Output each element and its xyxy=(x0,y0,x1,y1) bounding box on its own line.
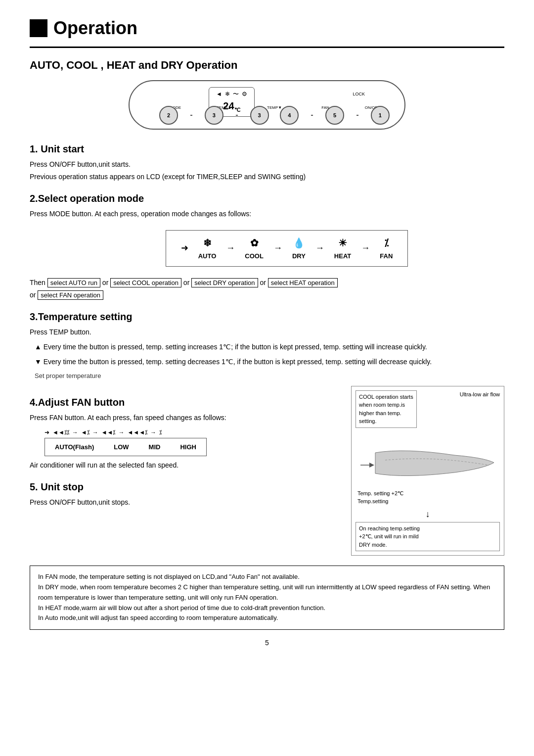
dry-note-text: On reaching temp.setting+2℃, unit will r… xyxy=(359,525,420,548)
airflow-label: Ultra-low air flow xyxy=(460,390,500,399)
remote-diagram: ◄ ❄ 〜 ⚙ 24℃ LOCK MODE TEMP▲ TEMP▼ FAN ON… xyxy=(30,80,504,130)
dry-note-box: On reaching temp.setting+2℃, unit will r… xyxy=(356,522,500,552)
fan-low: LOW xyxy=(114,442,129,452)
mode-dry: 💧 DRY xyxy=(292,236,306,261)
mode-diagram: ➜ ❄ AUTO → ✿ COOL → 💧 DRY → ☀ HEAT → ⁒ F… xyxy=(166,230,408,267)
step1-heading: 1. Unit start xyxy=(30,142,504,156)
cool-box-text: COOL operation startswhen room temp.ishi… xyxy=(359,394,413,425)
note-line4: In Auto mode,unit will adjust fan speed … xyxy=(38,613,496,623)
or2: or xyxy=(183,279,191,286)
onoff-btn[interactable]: 5 xyxy=(325,106,344,125)
note-line1: In FAN mode, the temperature setting is … xyxy=(38,572,496,582)
select-dry-box: select DRY operation xyxy=(191,278,258,287)
arrow3: → xyxy=(315,241,324,255)
or-fan-line: or select FAN operation xyxy=(30,290,504,300)
note-box: In FAN mode, the temperature setting is … xyxy=(30,566,504,630)
select-auto-box: select AUTO run xyxy=(47,278,100,287)
or4: or xyxy=(30,291,38,299)
step4-line1: Press FAN button. At each press, fan spe… xyxy=(30,413,336,423)
header-black-box xyxy=(30,19,47,37)
then-line: Then select AUTO run or select COOL oper… xyxy=(30,278,504,288)
snowflake-icon: ❄ xyxy=(225,90,230,98)
fan-arrows-row: ➜ ◄◄⁒⁒ → ◄⁒ → ◄◄⁒ → ◄◄◄⁒ → ⁒ xyxy=(44,428,336,437)
step3-down-text: Every time the button is pressed, temp. … xyxy=(35,356,504,367)
step1-line1: Press ON/OFF button,unit starts. xyxy=(30,159,504,170)
page-title: Operation xyxy=(53,15,137,42)
step1-line2: Previous operation status appears on LCD… xyxy=(30,172,504,182)
remote-outer: ◄ ❄ 〜 ⚙ 24℃ LOCK MODE TEMP▲ TEMP▼ FAN ON… xyxy=(129,80,405,130)
fan-high-label: HIGH xyxy=(180,442,196,452)
select-fan-box: select FAN operation xyxy=(38,290,103,300)
fan-auto-label: AUTO(Flash) xyxy=(55,442,94,452)
lock-label: LOCK xyxy=(353,91,365,98)
select-heat-box: select HEAT operation xyxy=(268,278,338,287)
step2-heading: 2.Select operation mode xyxy=(30,191,504,206)
section1-title: AUTO, COOL , HEAT and DRY Operation xyxy=(30,57,504,73)
note-line2: In DRY mode, when room temperature becom… xyxy=(38,582,496,603)
arrow4: → xyxy=(361,241,370,255)
fan-low-label: LOW xyxy=(114,442,129,452)
mode-diagram-wrapper: ➜ ❄ AUTO → ✿ COOL → 💧 DRY → ☀ HEAT → ⁒ F… xyxy=(30,224,504,273)
extra-btn[interactable]: 1 xyxy=(371,106,390,125)
step3-heading: 3.Temperature setting xyxy=(30,309,504,324)
mode-cool: ✿ COOL xyxy=(245,236,264,261)
wave-icon: 〜 xyxy=(233,90,239,98)
remote-buttons: 2 3 3 4 5 1 xyxy=(159,106,390,125)
temp-plus2-label: Temp. setting +2℃ xyxy=(357,489,500,498)
down-arrow: ↓ xyxy=(356,508,500,521)
temp-labels: Temp. setting +2℃ Temp.setting xyxy=(357,489,500,506)
cool-op-diagram: COOL operation startswhen room temp.ishi… xyxy=(351,386,504,556)
mode-auto: ❄ AUTO xyxy=(198,236,217,261)
svg-marker-1 xyxy=(369,463,374,468)
arrow2: → xyxy=(273,241,282,255)
step4-left: 4.Adjust FAN button Press FAN button. At… xyxy=(30,386,336,510)
header-underline xyxy=(30,47,504,48)
cool-info-box: COOL operation startswhen room temp.ishi… xyxy=(356,390,417,428)
step4-after-text: Air conditioner will run at the selected… xyxy=(30,460,336,471)
note-line3: In HEAT mode,warm air will blow out afte… xyxy=(38,603,496,614)
fan-mid: MID xyxy=(149,442,161,452)
select-cool-box: select COOL operation xyxy=(110,278,181,287)
step3-up-text: Every time the button is pressed, temp. … xyxy=(35,341,504,352)
fan-speed-box: AUTO(Flash) LOW MID HIGH xyxy=(44,438,207,457)
step5-line1: Press ON/OFF button,unit stops. xyxy=(30,497,336,508)
airflow-svg xyxy=(356,443,499,487)
page-number: 5 xyxy=(30,638,504,648)
step4-section: 4.Adjust FAN button Press FAN button. At… xyxy=(30,386,504,556)
fan-btn[interactable]: 4 xyxy=(280,106,299,125)
temp-setting-label: Temp.setting xyxy=(357,497,500,506)
or3: or xyxy=(260,279,267,286)
temp-up-btn[interactable]: 3 xyxy=(205,106,223,125)
page-header: Operation xyxy=(30,15,504,42)
fan-auto: AUTO(Flash) xyxy=(55,442,94,452)
step3-line1: Press TEMP button. xyxy=(30,327,504,337)
arrow-left-icon: ◄ xyxy=(216,90,222,98)
arrow1: → xyxy=(226,241,235,255)
start-arrow: ➜ xyxy=(181,241,188,255)
fan-speed-diagram: ➜ ◄◄⁒⁒ → ◄⁒ → ◄◄⁒ → ◄◄◄⁒ → ⁒ AUTO(Flash)… xyxy=(44,428,336,457)
step4-right: COOL operation startswhen room temp.ishi… xyxy=(351,386,504,556)
mode-btn[interactable]: 2 xyxy=(159,106,178,125)
gear-icon: ⚙ xyxy=(242,90,247,98)
step5-heading: 5. Unit stop xyxy=(30,479,336,494)
then-text: Then xyxy=(30,279,47,286)
fan-high: HIGH xyxy=(180,442,196,452)
step4-heading: 4.Adjust FAN button xyxy=(30,395,336,410)
remote-icons: ◄ ❄ 〜 ⚙ xyxy=(216,90,247,98)
temp-down-btn[interactable]: 3 xyxy=(250,106,269,125)
or1: or xyxy=(102,279,110,286)
fan-mid-label: MID xyxy=(149,442,161,452)
mode-fan: ⁒ FAN xyxy=(380,236,393,261)
step2-line1: Press MODE button. At each press, operat… xyxy=(30,209,504,219)
mode-heat: ☀ HEAT xyxy=(334,236,351,261)
set-temp-label: Set proper temperature xyxy=(35,371,504,381)
